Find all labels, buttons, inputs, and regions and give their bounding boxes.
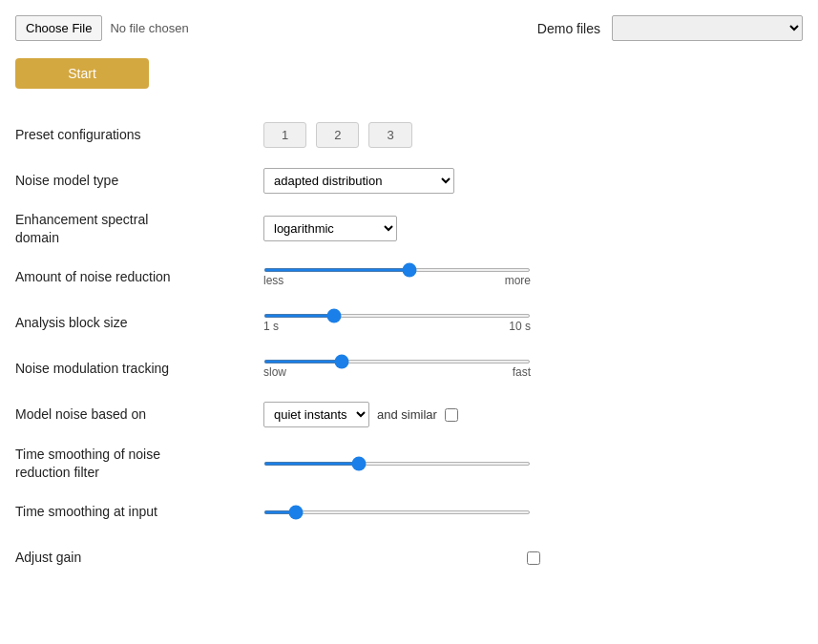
noise-modulation-slider[interactable] [263,360,531,364]
block-size-row: Analysis block size 1 s 10 s [15,301,803,346]
no-file-label: No file chosen [110,21,188,35]
time-smoothing-filter-control [263,462,803,466]
settings-container: Preset configurations 1 2 3 Noise model … [15,112,803,581]
preset-btn-3[interactable]: 3 [368,122,411,148]
model-noise-control: quiet instants all audio and similar [263,402,803,427]
block-size-label: Analysis block size [15,314,263,332]
demo-files-label: Demo files [537,21,600,36]
time-smoothing-input-label: Time smoothing at input [15,503,263,521]
model-noise-inner: quiet instants all audio and similar [263,402,803,427]
top-bar: Choose File No file chosen Demo files [15,15,803,41]
preset-buttons: 1 2 3 [263,122,803,148]
noise-model-label: Noise model type [15,172,263,190]
preset-label: Preset configurations [15,126,263,144]
block-size-min-label: 1 s [263,320,279,333]
time-smoothing-filter-slider[interactable] [263,462,531,466]
preset-control: 1 2 3 [263,122,803,148]
block-size-max-label: 10 s [509,320,531,333]
noise-modulation-slider-wrapper: slow fast [263,360,531,379]
and-similar-label: and similar [377,407,437,422]
noise-reduction-min-label: less [263,274,283,287]
noise-model-select[interactable]: adapted distribution static noise [263,168,454,194]
adjust-gain-checkbox[interactable] [527,551,540,565]
noise-model-control: adapted distribution static noise [263,168,803,194]
adjust-gain-row: Adjust gain [15,535,803,581]
time-smoothing-input-control [263,510,803,514]
noise-modulation-control: slow fast [263,360,803,379]
enhancement-select[interactable]: logarithmic linear [263,216,397,241]
demo-files-container: Demo files [537,15,803,41]
top-bar-left: Choose File No file chosen [15,15,189,41]
start-button[interactable]: Start [15,58,149,89]
enhancement-label: Enhancement spectral domain [15,211,263,247]
noise-reduction-slider[interactable] [263,268,531,272]
block-size-slider[interactable] [263,314,531,318]
time-smoothing-filter-row: Time smoothing of noise reduction filter [15,438,803,489]
choose-file-button[interactable]: Choose File [15,15,102,41]
adjust-gain-label: Adjust gain [15,549,263,567]
noise-reduction-slider-wrapper: less more [263,268,531,287]
and-similar-checkbox[interactable] [445,408,458,422]
noise-modulation-row: Noise modulation tracking slow fast [15,346,803,392]
model-noise-row: Model noise based on quiet instants all … [15,392,803,438]
block-size-slider-wrapper: 1 s 10 s [263,314,531,333]
demo-files-select[interactable] [612,15,803,41]
noise-reduction-row: Amount of noise reduction less more [15,255,803,301]
time-smoothing-filter-slider-wrapper [263,462,531,466]
block-size-slider-labels: 1 s 10 s [263,320,531,333]
noise-reduction-label: Amount of noise reduction [15,268,263,286]
noise-modulation-slider-labels: slow fast [263,365,531,379]
preset-btn-2[interactable]: 2 [316,122,359,148]
noise-reduction-max-label: more [505,274,531,287]
noise-modulation-max-label: fast [513,365,531,379]
noise-reduction-slider-labels: less more [263,274,531,287]
model-noise-label: Model noise based on [15,405,263,424]
adjust-gain-control [263,551,803,565]
time-smoothing-input-slider[interactable] [263,510,531,514]
time-smoothing-input-row: Time smoothing at input [15,489,803,535]
block-size-control: 1 s 10 s [263,314,803,333]
preset-btn-1[interactable]: 1 [263,122,306,148]
noise-model-row: Noise model type adapted distribution st… [15,157,803,203]
enhancement-row: Enhancement spectral domain logarithmic … [15,203,803,255]
time-smoothing-input-slider-wrapper [263,510,531,514]
noise-modulation-label: Noise modulation tracking [15,360,263,378]
noise-reduction-control: less more [263,268,803,287]
noise-modulation-min-label: slow [263,365,286,379]
model-noise-select[interactable]: quiet instants all audio [263,402,369,427]
preset-row: Preset configurations 1 2 3 [15,112,803,157]
enhancement-control: logarithmic linear [263,216,803,241]
time-smoothing-filter-label: Time smoothing of noise reduction filter [15,446,263,482]
